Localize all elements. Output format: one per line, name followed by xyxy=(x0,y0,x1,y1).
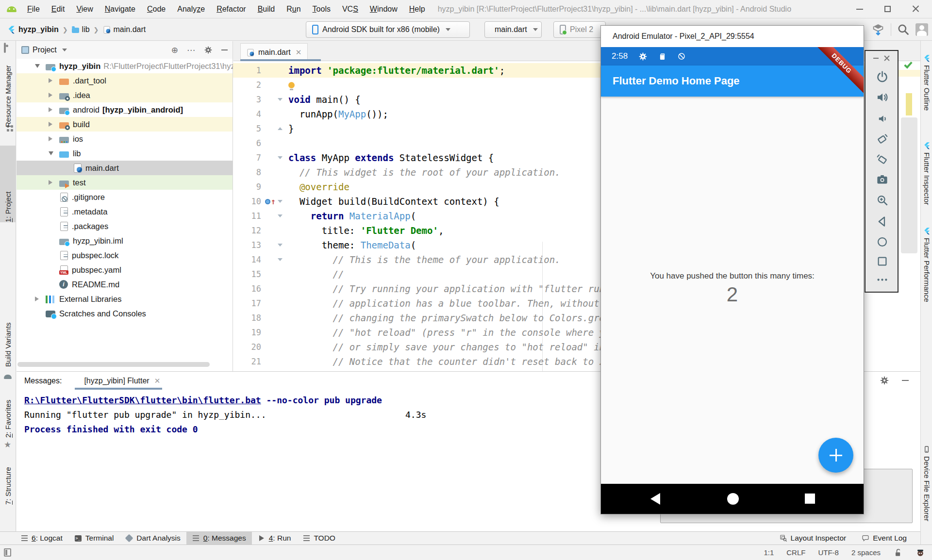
menu-edit[interactable]: Edit xyxy=(46,5,71,14)
expand-arrow-icon[interactable] xyxy=(49,93,52,98)
menu-build[interactable]: Build xyxy=(252,5,281,14)
tree-row-readme-md[interactable]: iREADME.md xyxy=(17,277,233,292)
line-number[interactable]: 14 xyxy=(233,255,261,264)
breadcrumb-file[interactable]: main.dart xyxy=(114,25,146,34)
line-number[interactable]: 10 xyxy=(233,197,261,206)
menu-vcs[interactable]: VCS xyxy=(336,5,364,14)
tree-row--dart-tool[interactable]: .dart_tool xyxy=(17,73,233,88)
expand-arrow-icon[interactable] xyxy=(35,296,39,301)
line-separator[interactable]: CRLF xyxy=(786,548,805,557)
stripe-flutter-inspector[interactable]: Flutter Inspector xyxy=(921,152,932,215)
nav-home-icon[interactable] xyxy=(727,493,739,505)
menu-tools[interactable]: Tools xyxy=(307,5,336,14)
increment-fab-button[interactable] xyxy=(818,438,853,473)
tree-row--packages[interactable]: .packages xyxy=(17,219,233,233)
toolwindow-todo[interactable]: TODO xyxy=(297,532,341,544)
line-number[interactable]: 12 xyxy=(233,226,261,235)
fold-marker-icon[interactable] xyxy=(276,244,284,247)
tree-row-pubspec-yaml[interactable]: pubspec.yaml xyxy=(17,263,233,277)
close-tab-icon[interactable]: ✕ xyxy=(154,377,161,385)
tree-row-build[interactable]: build xyxy=(17,117,233,132)
toolwindow-4-run[interactable]: 4: Run xyxy=(252,532,297,544)
close-window-icon[interactable] xyxy=(912,5,919,13)
run-configuration-dropdown[interactable]: main.dart xyxy=(484,21,542,38)
nav-back-icon[interactable] xyxy=(650,493,660,505)
tree-row-ios[interactable]: ios xyxy=(17,132,233,146)
sdk-manager-icon[interactable] xyxy=(871,23,885,36)
settings-gear-icon[interactable] xyxy=(880,376,889,385)
menu-navigate[interactable]: Navigate xyxy=(99,5,141,14)
expand-arrow-icon[interactable] xyxy=(49,122,52,127)
screenshot-camera-icon[interactable] xyxy=(876,173,889,186)
indent-setting[interactable]: 2 spaces xyxy=(851,548,881,557)
fold-marker-icon[interactable] xyxy=(276,214,284,217)
settings-gear-icon[interactable] xyxy=(204,46,213,54)
tree-row-pubspec-lock[interactable]: pubspec.lock xyxy=(17,248,233,263)
back-icon[interactable] xyxy=(876,215,889,228)
volume-down-icon[interactable] xyxy=(876,112,889,125)
hide-panel-icon[interactable] xyxy=(902,380,909,381)
nav-overview-icon[interactable] xyxy=(805,494,815,504)
intention-bulb-icon[interactable] xyxy=(288,82,295,88)
menu-window[interactable]: Window xyxy=(364,5,403,14)
tree-row-hyzp-yibin-iml[interactable]: hyzp_yibin.iml xyxy=(17,233,233,248)
override-marker-icon[interactable] xyxy=(265,199,270,204)
tree-row-main-dart[interactable]: main.dart xyxy=(17,161,233,175)
android-icon[interactable] xyxy=(4,375,12,379)
stripe-1-project[interactable]: 1: Project xyxy=(0,146,16,222)
collapse-arrow-icon[interactable] xyxy=(49,151,53,155)
toolwindow-dart-analysis[interactable]: Dart Analysis xyxy=(119,532,186,544)
locate-file-icon[interactable]: ⊕ xyxy=(171,45,178,55)
stripe-flutter-outline[interactable]: Flutter Outline xyxy=(921,65,932,122)
expand-arrow-icon[interactable] xyxy=(49,78,52,83)
emulator-minimize-icon[interactable] xyxy=(873,58,879,59)
menu-analyze[interactable]: Analyze xyxy=(171,5,211,14)
menu-help[interactable]: Help xyxy=(403,5,431,14)
profile-avatar[interactable] xyxy=(915,23,928,36)
stripe-7-structure[interactable]: 7: Structure xyxy=(0,458,16,505)
tab-main-dart[interactable]: main.dart ✕ xyxy=(240,43,308,61)
horizontal-scrollbar[interactable] xyxy=(17,362,210,367)
tree-row-lib[interactable]: lib xyxy=(17,146,233,161)
collapse-all-icon[interactable]: ⋯ xyxy=(187,45,195,55)
menu-refactor[interactable]: Refactor xyxy=(211,5,251,14)
hide-panel-icon[interactable] xyxy=(221,49,228,50)
fold-marker-icon[interactable] xyxy=(276,200,284,203)
rotate-right-icon[interactable] xyxy=(876,153,889,166)
expand-arrow-icon[interactable] xyxy=(49,136,52,141)
menu-run[interactable]: Run xyxy=(281,5,306,14)
stripe-flutter-performance[interactable]: Flutter Performance xyxy=(921,238,932,311)
line-number[interactable]: 19 xyxy=(233,328,261,337)
toolwindow-0-messages[interactable]: 0: Messages xyxy=(186,532,252,544)
line-number[interactable]: 9 xyxy=(233,182,261,192)
line-number[interactable]: 20 xyxy=(233,342,261,352)
tree-row--idea[interactable]: .idea xyxy=(17,88,233,102)
menu-view[interactable]: View xyxy=(70,5,99,14)
fold-marker-icon[interactable] xyxy=(276,258,284,261)
stripe-device-file-explorer[interactable]: Device File Explorer xyxy=(921,456,932,530)
breadcrumb-project[interactable]: hyzp_yibin xyxy=(18,25,59,34)
collapse-arrow-icon[interactable] xyxy=(35,64,40,68)
fold-marker-icon[interactable] xyxy=(276,156,284,159)
line-number[interactable]: 17 xyxy=(233,298,261,308)
line-number[interactable]: 2 xyxy=(233,80,261,90)
tree-row--gitignore[interactable]: .gitignore xyxy=(17,190,233,204)
stripe-2-favorites[interactable]: 2: Favorites xyxy=(0,391,16,438)
expand-arrow-icon[interactable] xyxy=(49,107,52,112)
volume-up-icon[interactable] xyxy=(876,91,889,104)
line-number[interactable]: 21 xyxy=(233,357,261,366)
messages-flutter-tab[interactable]: [hyzp_yibin] Flutter ✕ xyxy=(81,372,163,390)
editor-scrollbar-thumb[interactable] xyxy=(901,117,917,253)
minimize-window-icon[interactable] xyxy=(856,9,863,10)
highlighting-level-icon[interactable] xyxy=(915,548,925,558)
zoom-icon[interactable] xyxy=(876,194,889,207)
line-number[interactable]: 18 xyxy=(233,313,261,323)
line-number[interactable]: 11 xyxy=(233,211,261,221)
caret-position[interactable]: 1:1 xyxy=(764,548,774,557)
resource-manager-icon[interactable] xyxy=(4,43,6,53)
tree-row--metadata[interactable]: .metadata xyxy=(17,204,233,219)
expand-arrow-icon[interactable] xyxy=(49,180,52,185)
device-button[interactable]: Pixel 2 xyxy=(553,21,606,38)
emulator-close-icon[interactable] xyxy=(884,55,890,61)
maximize-window-icon[interactable] xyxy=(884,6,891,12)
